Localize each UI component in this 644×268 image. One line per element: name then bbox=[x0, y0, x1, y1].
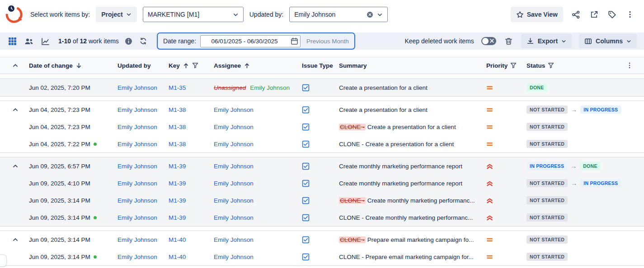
open-in-new-icon[interactable] bbox=[589, 9, 599, 20]
issue-key-link[interactable]: M1-40 bbox=[169, 236, 186, 243]
table-row[interactable]: Jun 09, 2025, 3:14 PMEmily JohnsonM1-40E… bbox=[0, 248, 644, 265]
project-dropdown-label: Project bbox=[101, 11, 122, 18]
col-header-key[interactable]: Key bbox=[169, 62, 214, 69]
assignee-link[interactable]: Emily Johnson bbox=[214, 180, 254, 187]
filter-funnel-icon[interactable] bbox=[192, 62, 198, 69]
project-dropdown-button[interactable]: Project bbox=[96, 7, 136, 22]
new-item-dot bbox=[94, 255, 97, 259]
save-view-button[interactable]: Save View bbox=[511, 7, 563, 22]
previous-month-button[interactable]: Previous Month bbox=[306, 38, 349, 45]
col-header-assignee[interactable]: Assignee bbox=[214, 62, 302, 69]
tag-icon[interactable] bbox=[607, 9, 617, 20]
collapse-all-button[interactable] bbox=[11, 61, 20, 70]
assignee-link[interactable]: Emily Johnson bbox=[214, 214, 254, 221]
table-row[interactable]: Jun 04, 2025, 7:23 PMEmily JohnsonM1-38E… bbox=[0, 101, 644, 118]
issue-type-cell bbox=[302, 123, 339, 131]
calendar-icon[interactable] bbox=[291, 37, 298, 45]
refresh-icon[interactable] bbox=[138, 36, 148, 46]
project-select[interactable]: MARKETING [M1] bbox=[143, 7, 244, 22]
more-options-icon[interactable] bbox=[625, 9, 635, 19]
issue-key-link[interactable]: M1-38 bbox=[169, 124, 186, 130]
export-button[interactable]: Export bbox=[521, 34, 572, 48]
task-type-icon bbox=[302, 253, 310, 261]
info-icon[interactable] bbox=[124, 37, 133, 46]
updated-by-link[interactable]: Emily Johnson bbox=[118, 124, 157, 130]
col-header-date-label: Date of change bbox=[29, 62, 73, 69]
col-header-status[interactable]: Status bbox=[526, 62, 624, 69]
summary-cell: CLONE - Prepare email marketing campaign… bbox=[339, 254, 486, 260]
columns-button[interactable]: Columns bbox=[579, 34, 637, 48]
updated-by-link[interactable]: Emily Johnson bbox=[118, 214, 157, 221]
collapse-group-button[interactable] bbox=[11, 235, 20, 244]
table-row[interactable]: Jun 04, 2025, 7:22 PMEmily JohnsonM1-38E… bbox=[0, 135, 644, 152]
issue-key-link[interactable]: M1-39 bbox=[169, 197, 186, 204]
status-cell: NOT STARTED bbox=[526, 253, 624, 261]
trash-icon[interactable] bbox=[503, 36, 514, 46]
table-row[interactable]: Jun 09, 2025, 4:10 PMEmily JohnsonM1-39E… bbox=[0, 175, 644, 192]
share-icon[interactable] bbox=[571, 9, 581, 20]
priority-cell bbox=[486, 236, 526, 243]
updated-by-select[interactable]: Emily Johnson bbox=[289, 7, 388, 22]
assignee-link[interactable]: Emily Johnson bbox=[214, 236, 254, 243]
filter-funnel-icon[interactable] bbox=[510, 62, 517, 69]
updated-by-select-value: Emily Johnson bbox=[294, 11, 335, 18]
col-header-priority[interactable]: Priority bbox=[486, 62, 526, 69]
updated-by-link[interactable]: Emily Johnson bbox=[118, 163, 157, 170]
filter-funnel-icon[interactable] bbox=[548, 62, 554, 69]
task-type-icon bbox=[302, 214, 310, 222]
status-badge: IN PROGRESS bbox=[580, 106, 621, 114]
export-icon bbox=[526, 37, 534, 45]
issue-key-link[interactable]: M1-38 bbox=[169, 106, 186, 113]
col-header-updated-by[interactable]: Updated by bbox=[118, 62, 169, 69]
updated-by-link[interactable]: Emily Johnson bbox=[118, 254, 157, 260]
collapse-group-button[interactable] bbox=[11, 105, 20, 114]
priority-high-icon bbox=[486, 180, 493, 187]
updated-by-link[interactable]: Emily Johnson bbox=[118, 197, 157, 204]
assignee-link[interactable]: Emily Johnson bbox=[214, 106, 254, 113]
summary-cell: CLONE - Create monthly marketing perform… bbox=[339, 197, 486, 204]
updated-by-link[interactable]: Emily Johnson bbox=[118, 84, 157, 91]
collapse-group-button[interactable] bbox=[11, 162, 20, 171]
issue-key-link[interactable]: M1-39 bbox=[169, 180, 186, 187]
assignee-cell: Emily Johnson bbox=[214, 254, 302, 260]
people-view-icon[interactable] bbox=[24, 36, 34, 46]
updated-by-link[interactable]: Emily Johnson bbox=[118, 141, 157, 148]
status-cell: IN PROGRESS→DONE bbox=[526, 162, 624, 171]
col-header-issue-type-label: Issue Type bbox=[302, 62, 333, 69]
table-menu-icon[interactable] bbox=[625, 61, 634, 70]
top-bar: Select work items by: Project MARKETING … bbox=[0, 0, 644, 29]
table-row[interactable]: Jun 09, 2025, 6:57 PMEmily JohnsonM1-39E… bbox=[0, 157, 644, 175]
issue-key-link[interactable]: M1-35 bbox=[169, 84, 186, 91]
date-range-group: Date range: Previous Month bbox=[157, 32, 355, 50]
clear-filter-icon[interactable] bbox=[367, 11, 373, 18]
table-row[interactable]: Jun 04, 2025, 7:23 PMEmily JohnsonM1-38E… bbox=[0, 118, 644, 135]
table-row[interactable]: Jun 02, 2025, 7:20 PMEmily JohnsonM1-35U… bbox=[0, 79, 644, 96]
chart-view-icon[interactable] bbox=[40, 36, 51, 46]
assignee-link[interactable]: Emily Johnson bbox=[214, 163, 254, 170]
assignee-link[interactable]: Emily Johnson bbox=[214, 141, 254, 148]
assignee-link[interactable]: Emily Johnson bbox=[214, 124, 254, 130]
col-header-summary[interactable]: Summary bbox=[339, 62, 486, 69]
updated-by-link[interactable]: Emily Johnson bbox=[118, 236, 157, 243]
updated-by-link[interactable]: Emily Johnson bbox=[118, 106, 157, 113]
transition-arrow-icon: → bbox=[571, 106, 577, 113]
keep-deleted-toggle[interactable] bbox=[481, 37, 496, 45]
table-row[interactable]: Jun 09, 2025, 3:14 PMEmily JohnsonM1-39E… bbox=[0, 209, 644, 226]
table-row[interactable]: Jun 09, 2025, 3:14 PMEmily JohnsonM1-40E… bbox=[0, 231, 644, 248]
issue-key-link[interactable]: M1-39 bbox=[169, 214, 186, 221]
date-of-change-cell: Jun 09, 2025, 3:14 PM bbox=[29, 214, 118, 221]
assignee-link[interactable]: Emily Johnson bbox=[214, 197, 254, 204]
issue-key-link[interactable]: M1-39 bbox=[169, 163, 186, 170]
issue-key-link[interactable]: M1-40 bbox=[169, 254, 186, 260]
updated-by-link[interactable]: Emily Johnson bbox=[118, 180, 157, 187]
issue-type-cell bbox=[302, 162, 339, 170]
status-badge: NOT STARTED bbox=[526, 140, 568, 148]
col-header-issue-type[interactable]: Issue Type bbox=[302, 62, 339, 69]
table-view-icon[interactable] bbox=[7, 36, 18, 46]
priority-medium-icon bbox=[486, 141, 493, 148]
date-range-input[interactable] bbox=[200, 35, 301, 47]
col-header-date[interactable]: Date of change bbox=[29, 62, 118, 69]
assignee-link[interactable]: Emily Johnson bbox=[214, 254, 254, 260]
issue-key-link[interactable]: M1-38 bbox=[169, 141, 186, 148]
table-row[interactable]: Jun 09, 2025, 3:14 PMEmily JohnsonM1-39E… bbox=[0, 192, 644, 209]
